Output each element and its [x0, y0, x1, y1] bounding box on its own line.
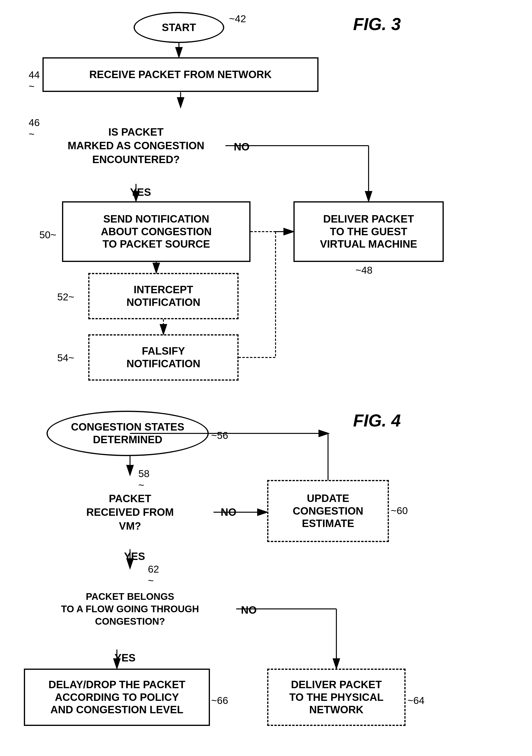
deliver-vm-text: DELIVER PACKET TO THE GUEST VIRTUAL MACH…	[315, 210, 422, 253]
no-label-2: NO	[221, 506, 237, 518]
deliver-physical-text: DELIVER PACKET TO THE PHYSICAL NETWORK	[284, 676, 388, 718]
ref-44: 44~	[29, 69, 40, 92]
falsify-text: FALSIFY NOTIFICATION	[122, 342, 205, 372]
ref-50: 50~	[39, 229, 56, 241]
diagram-container: FIG. 3 START ~42 44~ RECEIVE PACKET FROM…	[0, 0, 532, 756]
vm-diamond-text: PACKET RECEIVED FROM VM?	[86, 492, 174, 533]
congestion-diamond-text: IS PACKET MARKED AS CONGESTION ENCOUNTER…	[68, 125, 204, 166]
congestion-diamond: IS PACKET MARKED AS CONGESTION ENCOUNTER…	[46, 107, 225, 184]
vm-received-diamond: PACKET RECEIVED FROM VM?	[46, 475, 214, 549]
no-label-1: NO	[234, 141, 249, 153]
flow-congestion-diamond: PACKET BELONGS TO A FLOW GOING THROUGH C…	[24, 568, 236, 650]
ref-56: ~56	[211, 430, 228, 441]
ref-64: ~64	[407, 695, 424, 706]
congestion-states-oval: CONGESTION STATES DETERMINED	[46, 411, 209, 456]
ref-52: 52~	[57, 291, 74, 303]
delay-drop-box: DELAY/DROP THE PACKET ACCORDING TO POLIC…	[24, 669, 210, 726]
deliver-physical-box: DELIVER PACKET TO THE PHYSICAL NETWORK	[267, 669, 406, 726]
intercept-text: INTERCEPT NOTIFICATION	[122, 281, 205, 311]
fig3-label: FIG. 3	[353, 14, 401, 34]
receive-packet-box: RECEIVE PACKET FROM NETWORK	[42, 57, 318, 92]
delay-drop-text: DELAY/DROP THE PACKET ACCORDING TO POLIC…	[44, 676, 190, 718]
receive-text: RECEIVE PACKET FROM NETWORK	[85, 66, 276, 83]
start-oval: START	[134, 12, 224, 43]
yes-label-1: YES	[130, 186, 151, 198]
send-notification-box: SEND NOTIFICATION ABOUT CONGESTION TO PA…	[62, 201, 250, 262]
ref-46: 46~	[29, 117, 40, 140]
fig4-label: FIG. 4	[353, 411, 401, 430]
ref-54: 54~	[57, 352, 74, 364]
ref-60: ~60	[391, 505, 408, 517]
send-notif-text: SEND NOTIFICATION ABOUT CONGESTION TO PA…	[96, 210, 216, 253]
update-congestion-text: UPDATE CONGESTION ESTIMATE	[288, 490, 368, 532]
start-text: START	[157, 19, 201, 36]
no-label-3: NO	[241, 604, 257, 616]
ref-58: 58~	[139, 468, 150, 491]
intercept-box: INTERCEPT NOTIFICATION	[88, 273, 239, 319]
congestion-states-text: CONGESTION STATES DETERMINED	[66, 418, 189, 448]
ref-62: 62~	[148, 563, 159, 586]
deliver-vm-box: DELIVER PACKET TO THE GUEST VIRTUAL MACH…	[293, 201, 444, 262]
update-congestion-box: UPDATE CONGESTION ESTIMATE	[267, 480, 389, 542]
yes-label-3: YES	[114, 652, 136, 664]
yes-label-2: YES	[124, 551, 145, 562]
flow-diamond-text: PACKET BELONGS TO A FLOW GOING THROUGH C…	[61, 590, 199, 628]
ref-42: ~42	[229, 13, 246, 25]
ref-48: ~48	[355, 265, 372, 276]
falsify-box: FALSIFY NOTIFICATION	[88, 334, 239, 381]
ref-66: ~66	[211, 695, 228, 706]
